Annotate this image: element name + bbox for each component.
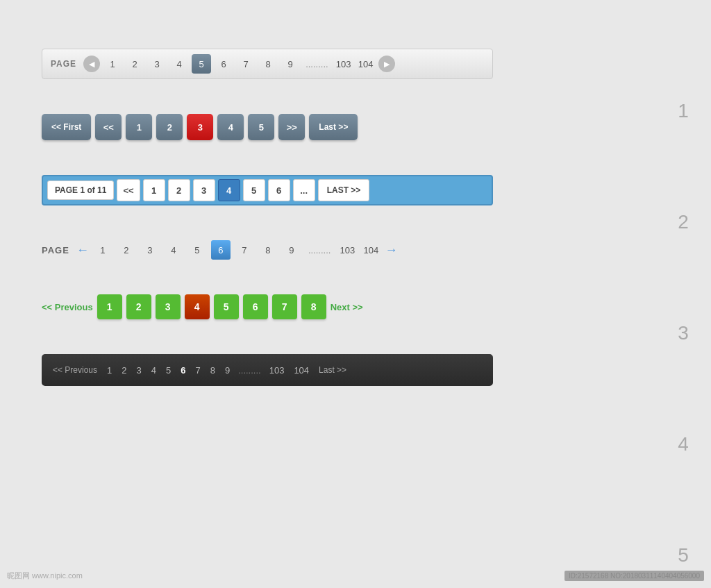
pagination-style-2: << First << 1 2 3 4 5 >> Last >> [42,114,614,140]
pagination-style-6: << Previous 1 2 3 4 5 6 7 8 9 ......... … [42,354,493,386]
pg3-page-6[interactable]: 6 [268,179,290,201]
watermark: 昵图网 www.nipic.com [7,571,83,581]
pg2-prev-btn[interactable]: << [95,114,122,140]
pg2-page-2[interactable]: 2 [156,114,183,140]
pg4-page-4[interactable]: 4 [164,240,183,260]
pg5-prev-btn[interactable]: << Previous [42,302,93,312]
pg3-page-4[interactable]: 4 [218,179,240,201]
pg6-page-103[interactable]: 103 [268,365,286,376]
pg6-page-7[interactable]: 7 [194,365,201,376]
side-num-4: 4 [655,389,711,500]
pg5-page-4[interactable]: 4 [185,294,210,319]
pagination-style-5: << Previous 1 2 3 4 5 6 7 8 Next >> [42,294,614,319]
pg4-page-1[interactable]: 1 [93,240,112,260]
pg6-last-btn[interactable]: Last >> [317,365,348,375]
pg3-page-2[interactable]: 2 [168,179,190,201]
pg4-dots: ......... [306,245,334,255]
pg5-page-1[interactable]: 1 [97,294,122,319]
pg2-first-btn[interactable]: << First [42,114,91,140]
side-num-3: 3 [655,278,711,389]
pg4-page-3[interactable]: 3 [140,240,160,260]
pg2-page-3[interactable]: 3 [187,114,213,140]
pg2-page-5[interactable]: 5 [248,114,274,140]
pg1-page-3[interactable]: 3 [147,54,167,74]
pg6-page-5[interactable]: 5 [165,365,172,376]
pg2-last-btn[interactable]: Last >> [309,114,358,140]
pg5-next-btn[interactable]: Next >> [331,302,363,312]
pg6-page-8[interactable]: 8 [209,365,217,376]
pg4-page-2[interactable]: 2 [117,240,136,260]
pg1-page-5[interactable]: 5 [192,54,211,74]
pg3-page-5[interactable]: 5 [243,179,265,201]
pg4-page-9[interactable]: 9 [282,240,301,260]
pg6-page-4[interactable]: 4 [150,365,158,376]
pg3-dots[interactable]: ... [293,179,315,201]
pg1-page-6[interactable]: 6 [214,54,233,74]
pg6-page-1[interactable]: 1 [106,365,113,376]
pg1-page-1[interactable]: 1 [103,54,122,74]
pg5-page-6[interactable]: 6 [243,294,268,319]
pagination-style-4: PAGE ← 1 2 3 4 5 6 7 8 9 ......... 103 1… [42,240,614,260]
pg6-prev-btn[interactable]: << Previous [51,365,99,375]
pg6-page-3[interactable]: 3 [135,365,143,376]
pg2-page-1[interactable]: 1 [126,114,152,140]
pg4-page-label: PAGE [42,245,69,255]
pg5-page-3[interactable]: 3 [156,294,181,319]
side-num-2: 2 [655,167,711,278]
pg1-page-104[interactable]: 104 [356,54,376,74]
pg6-page-9[interactable]: 9 [224,365,231,376]
pg4-page-7[interactable]: 7 [235,240,254,260]
pg1-next-btn[interactable]: ▶ [378,56,395,72]
pg5-page-2[interactable]: 2 [126,294,151,319]
pg4-prev-arrow[interactable]: ← [76,243,89,258]
pagination-style-1: PAGE ◀ 1 2 3 4 5 6 7 8 9 ......... 103 1… [42,49,493,79]
pg2-next-btn[interactable]: >> [278,114,305,140]
pg4-page-5[interactable]: 5 [187,240,207,260]
pg3-prev-btn[interactable]: << [117,179,140,201]
pg4-page-6[interactable]: 6 [211,240,231,260]
pg1-prev-btn[interactable]: ◀ [83,56,100,72]
pg4-page-8[interactable]: 8 [258,240,278,260]
pg1-page-4[interactable]: 4 [169,54,189,74]
pg3-last-btn[interactable]: LAST >> [318,179,370,201]
pg6-page-104[interactable]: 104 [292,365,310,376]
side-num-1: 1 [655,56,711,167]
pg1-page-8[interactable]: 8 [258,54,278,74]
pg4-page-104[interactable]: 104 [361,240,380,260]
pg6-dots: ......... [238,365,261,376]
pg1-page-2[interactable]: 2 [125,54,144,74]
pg5-page-8[interactable]: 8 [301,294,326,319]
pg1-dots: ......... [303,59,331,69]
pg6-page-6[interactable]: 6 [179,365,187,376]
pg1-page-label: PAGE [51,59,76,69]
pg6-page-2[interactable]: 2 [120,365,128,376]
pg3-page-1[interactable]: 1 [143,179,165,201]
pg1-page-9[interactable]: 9 [281,54,300,74]
pg1-page-103[interactable]: 103 [334,54,353,74]
pg3-page-3[interactable]: 3 [193,179,215,201]
pg1-page-7[interactable]: 7 [236,54,256,74]
side-number-list: 1 2 3 4 5 6 [655,14,711,588]
pagination-style-3: PAGE 1 of 11 << 1 2 3 4 5 6 ... LAST >> [42,175,493,205]
bottom-info: ID:21572168 NO:20180311140404056000 [564,571,704,581]
pg4-page-103[interactable]: 103 [337,240,357,260]
pg5-page-5[interactable]: 5 [214,294,239,319]
pg3-page-label: PAGE 1 of 11 [47,180,114,200]
pg4-next-arrow[interactable]: → [385,243,397,258]
pg2-page-4[interactable]: 4 [217,114,244,140]
pg5-page-7[interactable]: 7 [272,294,297,319]
